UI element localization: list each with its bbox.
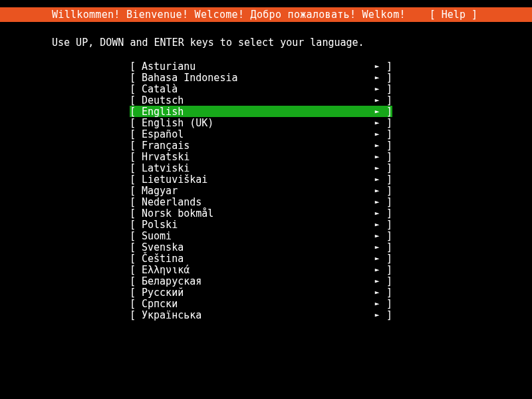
language-item[interactable]: [Magyar►] — [130, 185, 392, 196]
bracket-open: [ — [130, 117, 142, 129]
bracket-close: ] — [383, 72, 392, 84]
bracket-open: [ — [130, 128, 142, 140]
submenu-arrow-icon: ► — [371, 277, 383, 285]
bracket-close: ] — [383, 174, 392, 186]
bracket-close: ] — [383, 196, 392, 208]
submenu-arrow-icon: ► — [371, 62, 383, 70]
bracket-close: ] — [383, 287, 392, 299]
language-label: Latviski — [142, 162, 371, 174]
bracket-open: [ — [130, 196, 142, 208]
language-item[interactable]: [English►] — [130, 106, 392, 117]
language-list: [Asturianu►][Bahasa Indonesia►][Català►]… — [0, 49, 532, 321]
language-label: English — [142, 106, 371, 118]
language-item[interactable]: [Norsk bokmål►] — [130, 207, 392, 219]
language-item[interactable]: [Bahasa Indonesia►] — [130, 72, 392, 83]
language-item[interactable]: [Español►] — [130, 128, 392, 140]
language-item[interactable]: [Latviski►] — [130, 162, 392, 174]
bracket-open: [ — [130, 264, 142, 276]
help-button[interactable]: [ Help ] — [430, 9, 532, 21]
bracket-open: [ — [130, 94, 142, 106]
submenu-arrow-icon: ► — [371, 107, 383, 116]
submenu-arrow-icon: ► — [371, 96, 383, 104]
language-item[interactable]: [Deutsch►] — [130, 94, 392, 106]
bracket-open: [ — [130, 151, 142, 163]
bracket-open: [ — [130, 185, 142, 197]
language-item[interactable]: [Српски►] — [130, 298, 392, 309]
bracket-close: ] — [383, 94, 392, 106]
language-item[interactable]: [Hrvatski►] — [130, 151, 392, 162]
bracket-close: ] — [383, 140, 392, 152]
submenu-arrow-icon: ► — [371, 198, 383, 206]
bracket-close: ] — [383, 253, 392, 265]
language-label: Suomi — [142, 230, 371, 242]
bracket-open: [ — [130, 298, 142, 310]
submenu-arrow-icon: ► — [371, 311, 383, 319]
language-item[interactable]: [Asturianu►] — [130, 61, 392, 72]
language-item[interactable]: [Svenska►] — [130, 241, 392, 253]
bracket-close: ] — [383, 61, 392, 72]
bracket-open: [ — [130, 309, 142, 321]
bracket-close: ] — [383, 162, 392, 174]
bracket-close: ] — [383, 128, 392, 140]
language-label: Čeština — [142, 253, 371, 265]
submenu-arrow-icon: ► — [371, 73, 383, 82]
bracket-close: ] — [383, 241, 392, 253]
bracket-open: [ — [130, 61, 142, 72]
language-item[interactable]: [Čeština►] — [130, 253, 392, 264]
language-label: Deutsch — [142, 94, 371, 106]
language-label: Bahasa Indonesia — [142, 72, 371, 84]
bracket-close: ] — [383, 117, 392, 129]
bracket-close: ] — [383, 83, 392, 95]
bracket-open: [ — [130, 207, 142, 219]
submenu-arrow-icon: ► — [371, 175, 383, 184]
language-label: Nederlands — [142, 196, 371, 208]
submenu-arrow-icon: ► — [371, 265, 383, 274]
submenu-arrow-icon: ► — [371, 152, 383, 161]
bracket-close: ] — [383, 106, 392, 118]
language-label: English (UK) — [142, 117, 371, 129]
bracket-close: ] — [383, 207, 392, 219]
language-item[interactable]: [Polski►] — [130, 219, 392, 230]
language-label: Lietuviškai — [142, 174, 371, 186]
submenu-arrow-icon: ► — [371, 186, 383, 195]
bracket-open: [ — [130, 241, 142, 253]
submenu-arrow-icon: ► — [371, 299, 383, 308]
submenu-arrow-icon: ► — [371, 84, 383, 93]
bracket-open: [ — [130, 230, 142, 242]
language-item[interactable]: [Nederlands►] — [130, 196, 392, 207]
language-item[interactable]: [Lietuviškai►] — [130, 174, 392, 185]
bracket-close: ] — [383, 309, 392, 321]
bracket-open: [ — [130, 72, 142, 84]
language-item[interactable]: [Català►] — [130, 83, 392, 94]
language-item[interactable]: [Ελληνικά►] — [130, 264, 392, 275]
submenu-arrow-icon: ► — [371, 130, 383, 138]
language-label: Українська — [142, 309, 371, 321]
language-item[interactable]: [English (UK)►] — [130, 117, 392, 128]
submenu-arrow-icon: ► — [371, 231, 383, 240]
language-item[interactable]: [Français►] — [130, 140, 392, 151]
bracket-close: ] — [383, 230, 392, 242]
bracket-open: [ — [130, 162, 142, 174]
bracket-open: [ — [130, 287, 142, 299]
language-label: Беларуская — [142, 275, 371, 287]
submenu-arrow-icon: ► — [371, 288, 383, 297]
submenu-arrow-icon: ► — [371, 164, 383, 172]
language-label: Hrvatski — [142, 151, 371, 163]
bracket-close: ] — [383, 264, 392, 276]
bracket-close: ] — [383, 151, 392, 163]
language-item[interactable]: [Suomi►] — [130, 230, 392, 241]
bracket-close: ] — [383, 185, 392, 197]
language-item[interactable]: [Русский►] — [130, 287, 392, 298]
language-label: Ελληνικά — [142, 264, 371, 276]
language-item[interactable]: [Українська►] — [130, 309, 392, 321]
bracket-open: [ — [130, 106, 142, 118]
bracket-open: [ — [130, 219, 142, 231]
bracket-open: [ — [130, 140, 142, 152]
language-label: Magyar — [142, 185, 371, 197]
language-label: Català — [142, 83, 371, 95]
bracket-close: ] — [383, 275, 392, 287]
bracket-close: ] — [383, 298, 392, 310]
language-item[interactable]: [Беларуская►] — [130, 275, 392, 287]
language-label: Español — [142, 128, 371, 140]
bracket-open: [ — [130, 174, 142, 186]
